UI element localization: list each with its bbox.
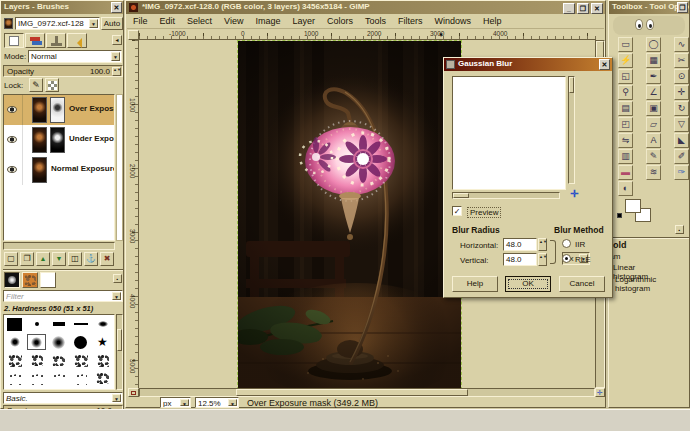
tool-options-menu-button[interactable]: ▪ [675, 225, 684, 234]
tool-free-select[interactable]: ∿ [674, 37, 689, 52]
tool-paths[interactable]: ✒ [646, 69, 661, 84]
brush-thumbnail-selected[interactable] [26, 333, 47, 351]
tool-flip[interactable]: ⇋ [618, 133, 633, 148]
tool-crop[interactable]: ▣ [646, 101, 661, 116]
layer-row-under-exposure[interactable]: Under Exposure [4, 125, 114, 155]
ruler-origin-button[interactable] [128, 30, 139, 40]
close-icon[interactable]: ✕ [591, 3, 603, 14]
layer-thumbnail[interactable] [32, 97, 47, 123]
menu-select[interactable]: Select [181, 15, 218, 28]
mode-select[interactable]: Normal▼ [28, 50, 122, 63]
dropdown-icon[interactable]: ▼ [89, 19, 98, 28]
layer-thumbnail[interactable] [32, 127, 47, 153]
dropdown-icon[interactable]: ▼ [111, 52, 120, 61]
tab-gradients[interactable] [40, 272, 56, 288]
brush-thumbnail[interactable] [70, 387, 91, 390]
new-layer-button[interactable]: ▢ [4, 252, 18, 266]
visibility-eye-icon[interactable] [7, 106, 17, 113]
tab-patterns[interactable] [22, 272, 38, 288]
tool-select-by-color[interactable]: ▦ [646, 53, 661, 68]
lower-layer-button[interactable]: ▼ [52, 252, 66, 266]
opacity-spin[interactable]: ▲▼ [112, 67, 121, 76]
menu-image[interactable]: Image [249, 15, 286, 28]
tool-rotate[interactable]: ↻ [674, 101, 689, 116]
visibility-eye-icon[interactable] [7, 136, 17, 143]
tab-channels[interactable] [25, 33, 45, 48]
brush-thumbnail[interactable] [4, 315, 25, 333]
dialog-title-bar[interactable]: Gaussian Blur ✕ [444, 58, 612, 71]
brush-thumbnail[interactable] [48, 333, 69, 351]
brush-grid-scrollbar[interactable] [116, 314, 123, 390]
opacity-slider[interactable]: Opacity 100.0 ▲▼ [3, 65, 123, 77]
brush-thumbnail[interactable] [70, 351, 91, 369]
layers-panel-title-bar[interactable]: Layers - Brushes ✕ [1, 1, 123, 14]
radio-rle[interactable] [562, 254, 571, 263]
tool-paintbrush[interactable]: ✐ [674, 149, 689, 164]
delete-layer-button[interactable]: ✖ [100, 252, 114, 266]
brush-filter-input[interactable]: Filter▼ [3, 290, 123, 302]
brush-thumbnail[interactable] [48, 351, 69, 369]
menu-filters[interactable]: Filters [392, 15, 429, 28]
tool-color-picker[interactable]: ⊙ [674, 69, 689, 84]
cancel-button[interactable]: Cancel [559, 276, 605, 292]
horizontal-input[interactable]: 48.0 [503, 238, 537, 251]
dropdown-icon[interactable]: ▼ [228, 399, 237, 406]
dropdown-icon[interactable]: ▼ [112, 292, 121, 300]
brush-thumbnail[interactable] [26, 351, 47, 369]
vertical-spinner[interactable]: ▲▼ [538, 253, 547, 266]
layer-name[interactable]: Normal Exposure [51, 164, 115, 173]
horizontal-spinner[interactable]: ▲▼ [538, 238, 547, 251]
preview-h-thumb[interactable] [453, 193, 469, 198]
tool-text[interactable]: A [646, 133, 661, 148]
lock-alpha-button[interactable] [45, 78, 59, 92]
brush-thumbnail[interactable] [26, 387, 47, 390]
anchor-layer-button[interactable]: ⚓ [84, 252, 98, 266]
tool-pencil[interactable]: ✎ [646, 149, 661, 164]
dropdown-icon[interactable]: ▼ [180, 399, 189, 406]
horizontal-scrollbar[interactable] [139, 388, 595, 397]
visibility-eye-icon[interactable] [7, 166, 17, 173]
brush-thumbnail[interactable] [4, 333, 25, 351]
layers-h-scrollbar[interactable] [3, 242, 115, 250]
brush-thumbnail[interactable] [70, 315, 91, 333]
layer-row-normal-exposure[interactable]: Normal Exposure [4, 155, 114, 185]
close-icon[interactable]: ✕ [111, 2, 122, 13]
blur-preview-area[interactable] [452, 76, 566, 190]
tab-paths[interactable] [46, 33, 66, 48]
brushes-menu-button[interactable]: ▪ [113, 274, 122, 283]
layer-mask-thumbnail[interactable] [50, 97, 65, 123]
maximize-icon[interactable]: ❐ [677, 2, 688, 13]
menu-file[interactable]: File [127, 15, 154, 28]
tool-perspective[interactable]: ▽ [674, 117, 689, 132]
layers-list-scrollbar[interactable] [116, 94, 123, 241]
preview-h-scrollbar[interactable] [452, 192, 560, 199]
pan-view-button[interactable]: ✛ [595, 388, 605, 397]
canvas-image[interactable] [238, 41, 461, 389]
brush-thumbnail[interactable] [4, 351, 25, 369]
brush-tag-select[interactable]: Basic.▼ [3, 392, 123, 404]
chain-link-icon[interactable] [550, 240, 556, 264]
layer-thumbnail[interactable] [32, 157, 47, 183]
brush-thumbnail[interactable] [70, 333, 91, 351]
menu-tools[interactable]: Tools [359, 15, 392, 28]
tool-scale[interactable]: ◰ [618, 117, 633, 132]
tool-smudge[interactable]: ◐ [618, 181, 633, 196]
layer-name[interactable]: Under Exposure [69, 134, 115, 143]
horizontal-ruler[interactable]: -1000 0 1000 2000 3000 4000 ▼ [139, 30, 596, 40]
new-group-button[interactable]: ❐ [20, 252, 34, 266]
brush-thumbnail[interactable] [26, 315, 47, 333]
brush-thumbnail[interactable] [92, 315, 113, 333]
tool-ellipse-select[interactable]: ◯ [646, 37, 661, 52]
brush-thumbnail[interactable] [92, 387, 113, 390]
menu-help[interactable]: Help [477, 15, 508, 28]
vertical-input[interactable]: 48.0 [503, 253, 537, 266]
close-icon[interactable]: ✕ [599, 59, 610, 70]
tool-zoom[interactable]: ⚲ [618, 85, 633, 100]
h-scroll-thumb[interactable] [236, 389, 468, 396]
maximize-icon[interactable]: ❐ [577, 3, 589, 14]
tool-move[interactable]: ✛ [674, 85, 689, 100]
menu-view[interactable]: View [218, 15, 249, 28]
brush-thumbnail[interactable] [48, 369, 69, 387]
image-select[interactable]: IMG_0972.xcf-128▼ [15, 17, 100, 30]
brush-thumbnail[interactable] [92, 369, 113, 387]
